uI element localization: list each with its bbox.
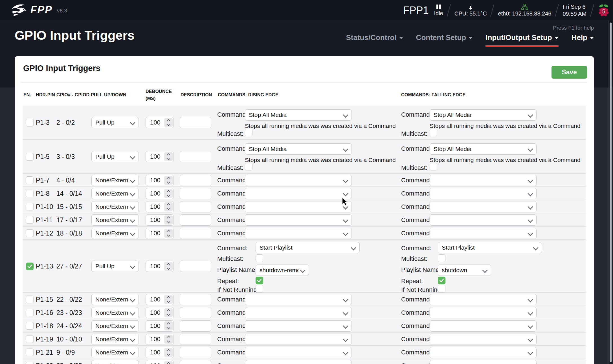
command-select[interactable]: Stop All Media — [245, 109, 352, 121]
debounce-input[interactable]: 100 — [146, 175, 174, 186]
description-input[interactable] — [180, 334, 211, 345]
spinner-buttons[interactable] — [164, 216, 173, 225]
command-select[interactable] — [430, 334, 537, 345]
pull-updown-select[interactable]: None/External — [91, 334, 139, 345]
description-input[interactable] — [180, 151, 211, 162]
repeat-checkbox[interactable] — [438, 277, 445, 284]
description-input[interactable] — [180, 307, 211, 318]
command-select[interactable] — [430, 175, 537, 186]
command-select[interactable] — [245, 214, 352, 226]
pull-updown-select[interactable]: None/External — [91, 294, 139, 305]
enable-checkbox[interactable] — [26, 322, 34, 330]
pull-updown-select[interactable]: None/External — [91, 188, 139, 199]
command-select[interactable] — [245, 188, 352, 199]
command-select[interactable]: Start Playlist — [256, 242, 360, 253]
enable-checkbox[interactable] — [26, 190, 34, 197]
enable-checkbox[interactable] — [26, 229, 34, 237]
description-input[interactable] — [180, 294, 211, 305]
description-input[interactable] — [180, 175, 211, 186]
pull-updown-select[interactable]: None/External — [91, 347, 139, 358]
enable-checkbox[interactable] — [26, 263, 34, 270]
command-select[interactable]: Stop All Media — [430, 143, 537, 155]
brand[interactable]: FPP v8.3 — [11, 3, 67, 17]
enable-checkbox[interactable] — [26, 362, 34, 364]
debounce-input[interactable]: 100 — [146, 214, 174, 226]
enable-checkbox[interactable] — [26, 309, 34, 316]
if-not-running-checkbox[interactable] — [438, 285, 445, 292]
debounce-input[interactable]: 100 — [146, 201, 174, 212]
spinner-buttons[interactable] — [164, 321, 173, 330]
enable-checkbox[interactable] — [26, 153, 34, 161]
command-select[interactable] — [430, 360, 537, 364]
enable-checkbox[interactable] — [26, 176, 34, 184]
description-input[interactable] — [180, 228, 211, 239]
command-select[interactable] — [430, 201, 537, 212]
pull-updown-select[interactable]: None/External — [91, 201, 139, 212]
command-select[interactable] — [430, 188, 537, 199]
nav-status-control[interactable]: Status/Control — [346, 33, 403, 45]
repeat-checkbox[interactable] — [256, 277, 263, 284]
spinner-buttons[interactable] — [164, 295, 173, 304]
spinner-buttons[interactable] — [164, 202, 173, 211]
command-select[interactable] — [245, 347, 352, 358]
spinner-buttons[interactable] — [164, 262, 173, 271]
playlist-name-select[interactable]: shutdown — [438, 265, 491, 276]
enable-checkbox[interactable] — [26, 296, 34, 303]
spinner-buttons[interactable] — [164, 229, 173, 238]
command-select[interactable] — [245, 294, 352, 305]
spinner-buttons[interactable] — [164, 189, 173, 198]
command-select[interactable]: Stop All Media — [245, 143, 352, 155]
multicast-checkbox[interactable] — [438, 254, 445, 262]
description-input[interactable] — [180, 320, 211, 332]
command-select[interactable] — [245, 320, 352, 332]
pull-updown-select[interactable]: None/External — [91, 175, 139, 186]
pull-updown-select[interactable]: None/External — [91, 307, 139, 318]
command-select[interactable] — [245, 307, 352, 318]
pull-updown-select[interactable]: Pull Up — [91, 151, 139, 162]
command-select[interactable] — [430, 320, 537, 332]
save-button[interactable]: Save — [552, 66, 587, 79]
command-select[interactable] — [245, 201, 352, 212]
spinner-buttons[interactable] — [164, 118, 173, 127]
spinner-buttons[interactable] — [164, 308, 173, 317]
multicast-checkbox[interactable] — [430, 163, 437, 170]
command-select[interactable] — [245, 360, 352, 364]
enable-checkbox[interactable] — [26, 216, 34, 224]
description-input[interactable] — [180, 261, 211, 272]
playlist-name-select[interactable]: shutdown-remote — [256, 265, 309, 276]
debounce-input[interactable]: 100 — [146, 334, 174, 345]
debounce-input[interactable]: 100 — [146, 320, 174, 332]
description-input[interactable] — [180, 201, 211, 212]
command-select[interactable]: Start Playlist — [438, 242, 542, 253]
if-not-running-checkbox[interactable] — [256, 285, 263, 292]
command-select[interactable] — [245, 175, 352, 186]
enable-checkbox[interactable] — [26, 349, 34, 356]
debounce-input[interactable]: 100 — [146, 261, 174, 272]
scrollbar-track[interactable] — [608, 21, 613, 364]
pull-updown-select[interactable]: Pull Up — [91, 117, 139, 128]
command-select[interactable] — [245, 334, 352, 345]
spinner-buttons[interactable] — [164, 335, 173, 344]
debounce-input[interactable]: 100 — [146, 294, 174, 305]
description-input[interactable] — [180, 360, 211, 364]
debounce-input[interactable]: 100 — [146, 151, 174, 162]
spinner-buttons[interactable] — [164, 361, 173, 364]
multicast-checkbox[interactable] — [256, 254, 263, 262]
scrollbar-thumb[interactable] — [610, 23, 612, 362]
debounce-input[interactable]: 100 — [146, 347, 174, 358]
pull-updown-select[interactable]: None/External — [91, 214, 139, 226]
spinner-buttons[interactable] — [164, 348, 173, 357]
description-input[interactable] — [180, 347, 211, 358]
command-select[interactable] — [430, 294, 537, 305]
command-select[interactable] — [430, 307, 537, 318]
debounce-input[interactable]: 100 — [146, 228, 174, 239]
command-select[interactable] — [430, 347, 537, 358]
description-input[interactable] — [180, 214, 211, 226]
debounce-input[interactable]: 100 — [146, 188, 174, 199]
nav-content-setup[interactable]: Content Setup — [416, 33, 473, 45]
command-select[interactable] — [430, 228, 537, 239]
debounce-input[interactable]: 100 — [146, 360, 174, 364]
spinner-buttons[interactable] — [164, 152, 173, 161]
pull-updown-select[interactable]: Pull Up — [91, 261, 139, 272]
pull-updown-select[interactable]: None/External — [91, 228, 139, 239]
